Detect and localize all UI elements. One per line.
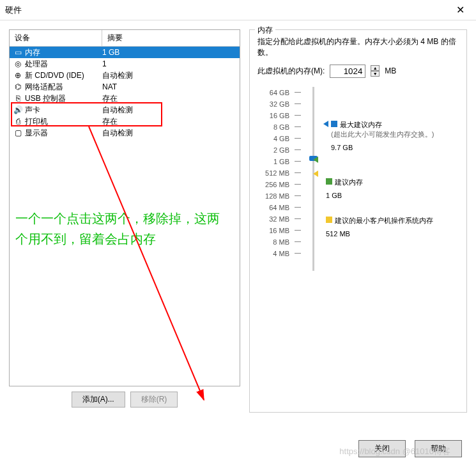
memory-icon: ▭ xyxy=(12,48,24,57)
rec-memory-marker: 建议内存 1 GB xyxy=(323,176,363,201)
device-name: 处理器 xyxy=(24,59,102,70)
close-button[interactable]: 关闭 xyxy=(358,440,406,457)
memory-input-label: 此虚拟机的内存(M): xyxy=(257,66,325,77)
rec-memory-value: 1 GB xyxy=(326,191,363,201)
tick-label: 4 GB xyxy=(273,133,289,144)
tick-label: 256 MB xyxy=(265,179,289,190)
titlebar: 硬件 ✕ xyxy=(0,0,476,20)
tick-line xyxy=(295,121,303,133)
printer-icon: ⎙ xyxy=(12,117,24,126)
device-summary: 自动检测 xyxy=(102,105,237,116)
table-row[interactable]: ⌬网络适配器NAT xyxy=(10,81,240,93)
tick-line xyxy=(295,98,303,110)
min-memory-label: 建议的最小客户机操作系统内存 xyxy=(335,217,433,224)
display-icon: ▢ xyxy=(12,128,24,137)
slider-tick-labels: 64 GB32 GB16 GB8 GB4 GB2 GB1 GB512 MB256… xyxy=(257,87,289,271)
spinner-up-icon[interactable]: ▲ xyxy=(371,65,380,71)
tick-line xyxy=(295,133,303,144)
memory-slider-area: 64 GB32 GB16 GB8 GB4 GB2 GB1 GB512 MB256… xyxy=(257,87,459,271)
memory-unit: MB xyxy=(385,66,396,75)
tick-label: 512 MB xyxy=(265,167,289,179)
memory-input[interactable] xyxy=(330,65,365,78)
tick-line xyxy=(295,213,303,225)
tick-label: 4 MB xyxy=(273,248,289,259)
memory-legend: 最大建议内存 (超出此大小可能发生内存交换。) 9.7 GB 建议内存 1 GB xyxy=(323,87,459,271)
sq-green-icon xyxy=(326,178,332,185)
device-summary: 存在 xyxy=(102,116,237,127)
device-name: 声卡 xyxy=(24,105,102,116)
memory-slider[interactable] xyxy=(312,87,314,271)
table-row[interactable]: ⎙打印机存在 xyxy=(10,116,240,127)
slider-tick-lines xyxy=(295,87,303,271)
table-row[interactable]: ⎘USB 控制器存在 xyxy=(10,93,240,104)
memory-panel-title: 内存 xyxy=(255,25,275,36)
min-memory-marker: 建议的最小客户机操作系统内存 512 MB xyxy=(323,215,433,240)
hardware-list-panel: 设备 摘要 ▭内存1 GB◎处理器1⊕新 CD/DVD (IDE)自动检测⌬网络… xyxy=(9,29,240,408)
usb-icon: ⎘ xyxy=(12,94,24,103)
content: 设备 摘要 ▭内存1 GB◎处理器1⊕新 CD/DVD (IDE)自动检测⌬网络… xyxy=(0,20,476,416)
rec-memory-label: 建议内存 xyxy=(335,178,363,186)
spinner-down-icon[interactable]: ▼ xyxy=(371,71,380,77)
table-row[interactable]: 🔊声卡自动检测 xyxy=(10,104,240,116)
min-memory-value: 512 MB xyxy=(326,229,433,239)
memory-desc: 指定分配给此虚拟机的内存量。内存大小必须为 4 MB 的倍数。 xyxy=(257,36,459,58)
col-header-summary[interactable]: 摘要 xyxy=(102,30,240,46)
device-name: 网络适配器 xyxy=(24,82,102,93)
tri-blue-icon xyxy=(323,121,328,127)
table-body: ▭内存1 GB◎处理器1⊕新 CD/DVD (IDE)自动检测⌬网络适配器NAT… xyxy=(10,47,240,139)
tick-line xyxy=(295,179,303,190)
table-header: 设备 摘要 xyxy=(10,30,240,47)
device-summary: 1 xyxy=(102,59,237,68)
tick-label: 8 GB xyxy=(273,121,289,133)
tick-line xyxy=(295,236,303,248)
tri-green-icon xyxy=(313,156,318,163)
tick-line xyxy=(295,87,303,98)
table-row[interactable]: ▭内存1 GB xyxy=(10,47,240,58)
tick-label: 64 GB xyxy=(270,87,289,98)
memory-spinner[interactable]: ▲ ▼ xyxy=(371,65,380,77)
col-header-device[interactable]: 设备 xyxy=(10,30,102,46)
close-icon[interactable]: ✕ xyxy=(450,1,471,19)
device-name: 新 CD/DVD (IDE) xyxy=(24,70,102,81)
sound-icon: 🔊 xyxy=(12,105,24,114)
max-memory-note: (超出此大小可能发生内存交换。) xyxy=(331,130,434,138)
device-name: 内存 xyxy=(24,47,102,58)
tick-label: 16 GB xyxy=(270,110,289,121)
tick-label: 128 MB xyxy=(265,190,289,202)
max-memory-marker: 最大建议内存 (超出此大小可能发生内存交换。) 9.7 GB xyxy=(323,119,434,153)
tick-line xyxy=(295,248,303,259)
max-memory-value: 9.7 GB xyxy=(331,143,434,153)
device-summary: 存在 xyxy=(102,93,237,104)
sq-yellow-icon xyxy=(326,217,332,223)
device-name: 打印机 xyxy=(24,116,102,127)
annotation-text: 一个一个点击这两个，移除掉，这两个用不到，留着会占内存 xyxy=(15,208,220,249)
help-button[interactable]: 帮助 xyxy=(415,440,462,457)
cd-icon: ⊕ xyxy=(12,71,24,80)
add-button[interactable]: 添加(A)... xyxy=(72,392,125,408)
table-row[interactable]: ▢显示器自动检测 xyxy=(10,127,240,139)
sq-blue-icon xyxy=(331,121,337,127)
tick-label: 16 MB xyxy=(269,225,289,236)
tick-line xyxy=(295,110,303,121)
tick-label: 2 GB xyxy=(273,144,289,156)
device-summary: 自动检测 xyxy=(102,70,237,81)
window-title: 硬件 xyxy=(5,4,22,16)
table-row[interactable]: ⊕新 CD/DVD (IDE)自动检测 xyxy=(10,70,240,81)
tick-line xyxy=(295,144,303,156)
remove-button[interactable]: 移除(R) xyxy=(130,392,178,408)
tick-line xyxy=(295,202,303,213)
tick-label: 8 MB xyxy=(273,236,289,248)
network-icon: ⌬ xyxy=(12,82,24,91)
device-summary: 1 GB xyxy=(102,48,237,57)
device-summary: NAT xyxy=(102,82,237,91)
cpu-icon: ◎ xyxy=(12,59,24,68)
tick-label: 1 GB xyxy=(273,156,289,167)
tick-line xyxy=(295,167,303,179)
table-row[interactable]: ◎处理器1 xyxy=(10,58,240,70)
tick-line xyxy=(295,225,303,236)
device-name: USB 控制器 xyxy=(24,93,102,104)
tick-line xyxy=(295,156,303,167)
max-memory-label: 最大建议内存 xyxy=(340,121,382,128)
button-row: 添加(A)... 移除(R) xyxy=(9,392,240,408)
memory-panel: 内存 指定分配给此虚拟机的内存量。内存大小必须为 4 MB 的倍数。 此虚拟机的… xyxy=(249,29,467,413)
